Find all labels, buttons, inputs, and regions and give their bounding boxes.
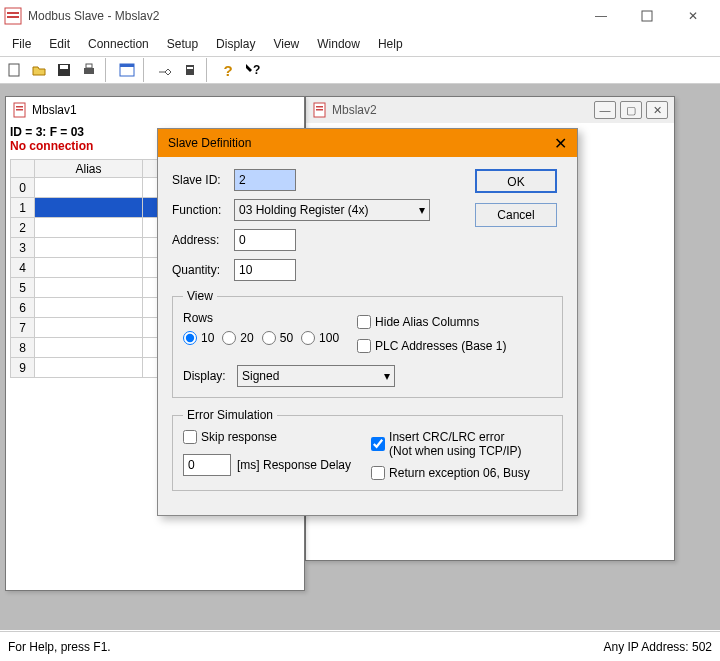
child2-close[interactable]: ✕ <box>646 101 668 119</box>
ok-button[interactable]: OK <box>475 169 557 193</box>
table-row: 4 <box>11 258 163 278</box>
svg-rect-3 <box>642 11 652 21</box>
table-row: 1 <box>11 198 163 218</box>
function-select[interactable]: 03 Holding Register (4x) ▾ <box>234 199 430 221</box>
error-legend: Error Simulation <box>183 408 277 422</box>
dialog-title-bar[interactable]: Slave Definition ✕ <box>158 129 577 157</box>
menu-setup[interactable]: Setup <box>159 35 206 53</box>
chevron-down-icon: ▾ <box>384 369 390 383</box>
slave-id-input[interactable] <box>234 169 296 191</box>
response-delay-input[interactable] <box>183 454 231 476</box>
svg-rect-7 <box>84 68 94 74</box>
skip-response-checkbox[interactable]: Skip response <box>183 430 351 444</box>
svg-rect-16 <box>316 109 323 111</box>
view-group: View Rows 10 20 50 100 Hide Alias Column… <box>172 289 563 398</box>
menu-view[interactable]: View <box>265 35 307 53</box>
return-exception-checkbox[interactable]: Return exception 06, Busy <box>371 466 530 480</box>
menu-help[interactable]: Help <box>370 35 411 53</box>
svg-rect-10 <box>120 64 134 67</box>
status-ip: Any IP Address: 502 <box>603 640 712 654</box>
hide-alias-checkbox[interactable]: Hide Alias Columns <box>357 315 506 329</box>
svg-rect-19 <box>16 109 23 111</box>
maximize-button[interactable] <box>624 0 670 32</box>
window-title: Modbus Slave - Mbslav2 <box>28 9 578 23</box>
minimize-button[interactable]: — <box>578 0 624 32</box>
dialog-close-icon[interactable]: ✕ <box>554 134 567 153</box>
menu-connection[interactable]: Connection <box>80 35 157 53</box>
table-row: 7 <box>11 318 163 338</box>
function-label: Function: <box>172 203 234 217</box>
child2-title: Mbslav2 <box>332 103 594 117</box>
save-icon[interactable] <box>52 58 76 82</box>
view-legend: View <box>183 289 217 303</box>
open-icon[interactable] <box>27 58 51 82</box>
svg-rect-1 <box>7 12 19 14</box>
table-row: 9 <box>11 358 163 378</box>
status-bar: For Help, press F1. Any IP Address: 502 <box>0 631 720 661</box>
svg-rect-4 <box>9 64 19 76</box>
print-icon[interactable] <box>77 58 101 82</box>
crc-error-checkbox[interactable]: Insert CRC/LRC error(Not when using TCP/… <box>371 430 530 458</box>
table-row: 3 <box>11 238 163 258</box>
address-input[interactable] <box>234 229 296 251</box>
document-icon <box>12 102 28 118</box>
svg-rect-8 <box>86 64 92 68</box>
svg-rect-11 <box>186 65 194 75</box>
rows-10-radio[interactable]: 10 <box>183 331 214 345</box>
connect-icon[interactable] <box>153 58 177 82</box>
status-help: For Help, press F1. <box>8 640 603 654</box>
quantity-label: Quantity: <box>172 263 234 277</box>
quantity-input[interactable] <box>234 259 296 281</box>
svg-rect-18 <box>16 106 23 108</box>
display-label: Display: <box>183 369 237 383</box>
error-simulation-group: Error Simulation Skip response [ms] Resp… <box>172 408 563 491</box>
child2-minimize[interactable]: — <box>594 101 616 119</box>
rows-20-radio[interactable]: 20 <box>222 331 253 345</box>
help-icon[interactable]: ? <box>216 58 240 82</box>
response-delay-label: [ms] Response Delay <box>237 458 351 472</box>
menu-window[interactable]: Window <box>309 35 368 53</box>
new-icon[interactable] <box>2 58 26 82</box>
svg-text:?: ? <box>253 63 260 77</box>
disconnect-icon[interactable] <box>178 58 202 82</box>
menu-display[interactable]: Display <box>208 35 263 53</box>
address-label: Address: <box>172 233 234 247</box>
alias-header: Alias <box>35 160 143 178</box>
table-row: 6 <box>11 298 163 318</box>
rows-100-radio[interactable]: 100 <box>301 331 339 345</box>
table-row: 0 <box>11 178 163 198</box>
slave-id-label: Slave ID: <box>172 173 234 187</box>
table-row: 5 <box>11 278 163 298</box>
table-row: 8 <box>11 338 163 358</box>
menu-file[interactable]: File <box>4 35 39 53</box>
svg-rect-6 <box>60 65 68 69</box>
dialog-title: Slave Definition <box>168 136 554 150</box>
context-help-icon[interactable]: ? <box>241 58 265 82</box>
child2-maximize[interactable]: ▢ <box>620 101 642 119</box>
rows-legend: Rows <box>183 311 339 325</box>
toolbar: ? ? <box>0 56 720 84</box>
display-select[interactable]: Signed ▾ <box>237 365 395 387</box>
document-icon <box>312 102 328 118</box>
plc-addresses-checkbox[interactable]: PLC Addresses (Base 1) <box>357 339 506 353</box>
menu-bar: File Edit Connection Setup Display View … <box>0 32 720 56</box>
svg-rect-12 <box>187 67 193 69</box>
rows-50-radio[interactable]: 50 <box>262 331 293 345</box>
app-icon <box>4 7 22 25</box>
window-icon[interactable] <box>115 58 139 82</box>
title-bar: Modbus Slave - Mbslav2 — ✕ <box>0 0 720 32</box>
menu-edit[interactable]: Edit <box>41 35 78 53</box>
child1-titlebar[interactable]: Mbslav1 <box>6 97 304 123</box>
child2-titlebar[interactable]: Mbslav2 — ▢ ✕ <box>306 97 674 123</box>
slave-definition-dialog: Slave Definition ✕ OK Cancel Slave ID: F… <box>157 128 578 516</box>
register-grid[interactable]: Alias 0 1 2 3 4 5 6 7 8 9 <box>10 159 163 378</box>
chevron-down-icon: ▾ <box>419 203 425 217</box>
svg-rect-15 <box>316 106 323 108</box>
table-row: 2 <box>11 218 163 238</box>
child1-title: Mbslav1 <box>32 103 298 117</box>
cancel-button[interactable]: Cancel <box>475 203 557 227</box>
svg-rect-2 <box>7 16 19 18</box>
close-button[interactable]: ✕ <box>670 0 716 32</box>
